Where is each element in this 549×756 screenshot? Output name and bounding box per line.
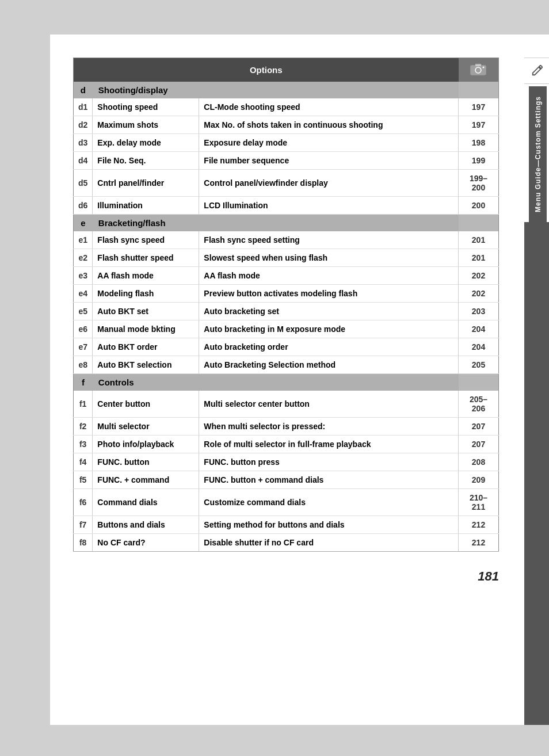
table-row: e5Auto BKT setAuto bracketing set203 — [74, 303, 499, 320]
row-page-e1: 201 — [459, 231, 499, 249]
table-row: e1Flash sync speedFlash sync speed setti… — [74, 231, 499, 249]
table-row: e3AA flash modeAA flash mode202 — [74, 267, 499, 285]
row-desc-f1: Multi selector center button — [199, 391, 459, 418]
row-desc-e7: Auto bracketing order — [199, 338, 459, 356]
row-page-e6: 204 — [459, 320, 499, 338]
table-row: f5FUNC. + commandFUNC. button + command … — [74, 471, 499, 489]
row-desc-d5: Control panel/viewfinder display — [199, 170, 459, 197]
table-row: f6Command dialsCustomize command dials21… — [74, 489, 499, 516]
table-row: f2Multi selectorWhen multi selector is p… — [74, 418, 499, 436]
row-name-d6: Illumination — [93, 197, 199, 215]
row-code-d3: d3 — [74, 134, 93, 152]
row-name-e5: Auto BKT set — [93, 303, 199, 320]
section-name-d: Shooting/display — [93, 82, 459, 98]
row-desc-d4: File number sequence — [199, 152, 459, 170]
row-code-f3: f3 — [74, 436, 93, 453]
row-page-d1: 197 — [459, 98, 499, 116]
row-code-f2: f2 — [74, 418, 93, 436]
table-row: f1Center buttonMulti selector center but… — [74, 391, 499, 418]
row-name-f8: No CF card? — [93, 534, 199, 552]
row-code-e8: e8 — [74, 356, 93, 374]
row-desc-f4: FUNC. button press — [199, 453, 459, 471]
row-name-d4: File No. Seq. — [93, 152, 199, 170]
row-code-e1: e1 — [74, 231, 93, 249]
table-row: f3Photo info/playbackRole of multi selec… — [74, 436, 499, 453]
row-desc-e8: Auto Bracketing Selection method — [199, 356, 459, 374]
row-name-f4: FUNC. button — [93, 453, 199, 471]
row-page-d5: 199–200 — [459, 170, 499, 197]
table-row: d5Cntrl panel/finderControl panel/viewfi… — [74, 170, 499, 197]
row-page-f2: 207 — [459, 418, 499, 436]
row-name-f6: Command dials — [93, 489, 199, 516]
section-row-d: dShooting/display — [74, 82, 499, 98]
row-desc-e3: AA flash mode — [199, 267, 459, 285]
options-header: Options — [74, 58, 459, 82]
row-desc-d1: CL-Mode shooting speed — [199, 98, 459, 116]
table-header-row: Options — [74, 58, 499, 82]
row-name-d2: Maximum shots — [93, 116, 199, 134]
table-row: d4File No. Seq.File number sequence199 — [74, 152, 499, 170]
svg-point-3 — [483, 67, 485, 68]
row-page-d2: 197 — [459, 116, 499, 134]
row-name-f5: FUNC. + command — [93, 471, 199, 489]
row-page-f6: 210–211 — [459, 489, 499, 516]
row-code-d6: d6 — [74, 197, 93, 215]
row-code-e7: e7 — [74, 338, 93, 356]
table-row: e8Auto BKT selectionAuto Bracketing Sele… — [74, 356, 499, 374]
row-page-e7: 204 — [459, 338, 499, 356]
row-page-e3: 202 — [459, 267, 499, 285]
table-row: f8No CF card?Disable shutter if no CF ca… — [74, 534, 499, 552]
table-row: e4Modeling flashPreview button activates… — [74, 285, 499, 303]
side-solid-block — [524, 222, 549, 725]
row-code-e5: e5 — [74, 303, 93, 320]
row-code-f1: f1 — [74, 391, 93, 418]
row-desc-d3: Exposure delay mode — [199, 134, 459, 152]
row-desc-f7: Setting method for buttons and dials — [199, 516, 459, 534]
row-code-f6: f6 — [74, 489, 93, 516]
section-row-e: eBracketing/flash — [74, 215, 499, 232]
row-desc-e2: Slowest speed when using flash — [199, 249, 459, 267]
row-code-d5: d5 — [74, 170, 93, 197]
row-name-f3: Photo info/playback — [93, 436, 199, 453]
row-name-e8: Auto BKT selection — [93, 356, 199, 374]
row-page-d3: 198 — [459, 134, 499, 152]
main-table: Options dShooting/displayd1Shooting spee… — [73, 58, 499, 552]
row-code-f4: f4 — [74, 453, 93, 471]
row-name-f2: Multi selector — [93, 418, 199, 436]
table-row: e2Flash shutter speedSlowest speed when … — [74, 249, 499, 267]
section-row-f: fControls — [74, 374, 499, 391]
row-page-e2: 201 — [459, 249, 499, 267]
row-page-f5: 209 — [459, 471, 499, 489]
row-name-d5: Cntrl panel/finder — [93, 170, 199, 197]
row-code-e2: e2 — [74, 249, 93, 267]
row-name-f1: Center button — [93, 391, 199, 418]
row-name-d3: Exp. delay mode — [93, 134, 199, 152]
table-row: f7Buttons and dialsSetting method for bu… — [74, 516, 499, 534]
row-name-d1: Shooting speed — [93, 98, 199, 116]
row-page-f4: 208 — [459, 453, 499, 471]
row-page-f1: 205–206 — [459, 391, 499, 418]
row-desc-f5: FUNC. button + command dials — [199, 471, 459, 489]
side-tab: Menu Guide—Custom Settings — [522, 35, 549, 725]
row-name-e3: AA flash mode — [93, 267, 199, 285]
row-page-d6: 200 — [459, 197, 499, 215]
row-name-e6: Manual mode bkting — [93, 320, 199, 338]
row-code-e6: e6 — [74, 320, 93, 338]
row-desc-f8: Disable shutter if no CF card — [199, 534, 459, 552]
section-letter-e: e — [74, 215, 93, 232]
table-row: d2Maximum shotsMax No. of shots taken in… — [74, 116, 499, 134]
row-page-f7: 212 — [459, 516, 499, 534]
table-row: d1Shooting speedCL-Mode shooting speed19… — [74, 98, 499, 116]
row-name-e4: Modeling flash — [93, 285, 199, 303]
table-row: f4FUNC. buttonFUNC. button press208 — [74, 453, 499, 471]
row-desc-e1: Flash sync speed setting — [199, 231, 459, 249]
section-name-e: Bracketing/flash — [93, 215, 459, 232]
page-number: 181 — [73, 569, 499, 584]
table-row: e6Manual mode bktingAuto bracketing in M… — [74, 320, 499, 338]
row-desc-d6: LCD Illumination — [199, 197, 459, 215]
row-page-d4: 199 — [459, 152, 499, 170]
row-name-f7: Buttons and dials — [93, 516, 199, 534]
row-name-e2: Flash shutter speed — [93, 249, 199, 267]
row-name-e1: Flash sync speed — [93, 231, 199, 249]
table-body: dShooting/displayd1Shooting speedCL-Mode… — [74, 82, 499, 552]
